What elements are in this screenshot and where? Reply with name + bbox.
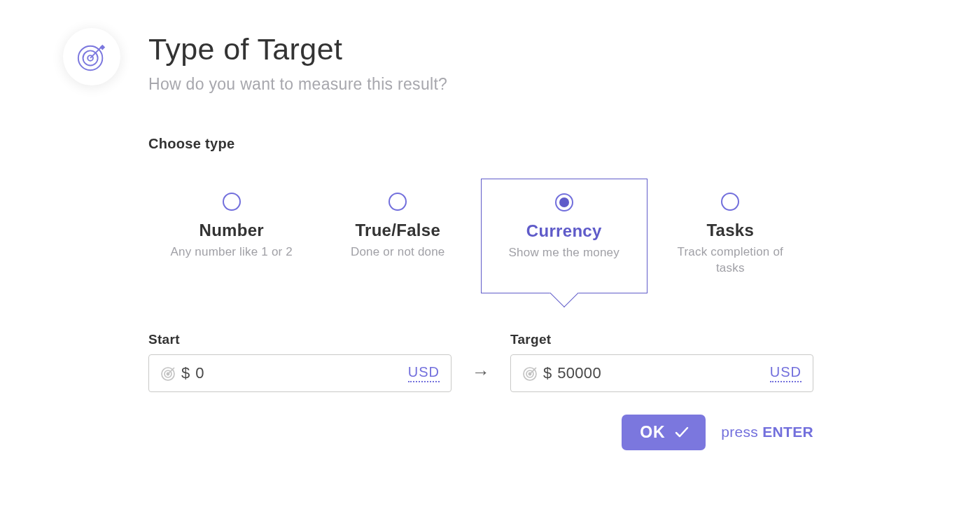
type-of-target-form: Type of Target How do you want to measur…	[63, 28, 833, 450]
target-input-wrap[interactable]: $ USD	[510, 354, 813, 392]
type-title-truefalse: True/False	[330, 221, 466, 240]
values-row: Start $ USD → Target	[148, 332, 813, 392]
check-icon	[673, 424, 690, 440]
target-input[interactable]	[557, 364, 770, 382]
ok-button[interactable]: OK	[622, 415, 706, 450]
arrow-icon: →	[467, 354, 495, 392]
ok-button-label: OK	[640, 423, 665, 442]
type-card-truefalse[interactable]: True/False Done or not done	[315, 179, 482, 293]
radio-number[interactable]	[223, 193, 241, 211]
start-input[interactable]	[195, 364, 408, 382]
radio-currency[interactable]	[555, 193, 573, 211]
press-enter-hint: press ENTER	[721, 424, 813, 440]
target-group: Target $ USD	[510, 332, 813, 392]
page-title: Type of Target	[148, 32, 447, 67]
header: Type of Target How do you want to measur…	[63, 28, 833, 94]
header-text: Type of Target How do you want to measur…	[148, 28, 447, 94]
radio-tasks[interactable]	[721, 193, 739, 211]
content: Choose type Number Any number like 1 or …	[148, 136, 813, 450]
type-card-number[interactable]: Number Any number like 1 or 2	[148, 179, 315, 293]
type-row: Number Any number like 1 or 2 True/False…	[148, 179, 813, 293]
start-currency-code[interactable]: USD	[408, 364, 440, 382]
type-card-currency[interactable]: Currency Show me the money	[481, 179, 648, 293]
type-desc-number: Any number like 1 or 2	[164, 244, 300, 261]
header-icon-wrap	[63, 28, 120, 85]
start-currency-symbol: $	[181, 364, 190, 382]
press-enter-prefix: press	[721, 424, 762, 440]
target-currency-symbol: $	[543, 364, 552, 382]
footer-row: OK press ENTER	[148, 415, 813, 450]
press-enter-key: ENTER	[762, 424, 813, 440]
type-title-tasks: Tasks	[663, 221, 799, 240]
type-title-currency: Currency	[497, 221, 631, 241]
choose-type-label: Choose type	[148, 136, 813, 152]
target-currency-code[interactable]: USD	[770, 364, 802, 382]
type-desc-tasks: Track completion of tasks	[663, 244, 799, 277]
type-desc-currency: Show me the money	[497, 245, 631, 261]
target-icon	[76, 41, 108, 73]
type-card-tasks[interactable]: Tasks Track completion of tasks	[648, 179, 814, 293]
start-input-wrap[interactable]: $ USD	[148, 354, 451, 392]
start-group: Start $ USD	[148, 332, 451, 392]
type-desc-truefalse: Done or not done	[330, 244, 466, 261]
start-label: Start	[148, 332, 451, 347]
page-subtitle: How do you want to measure this result?	[148, 75, 447, 94]
type-title-number: Number	[164, 221, 300, 240]
target-field-icon	[522, 365, 539, 382]
radio-truefalse[interactable]	[388, 193, 407, 211]
target-field-icon	[160, 365, 177, 382]
target-label: Target	[510, 332, 813, 347]
